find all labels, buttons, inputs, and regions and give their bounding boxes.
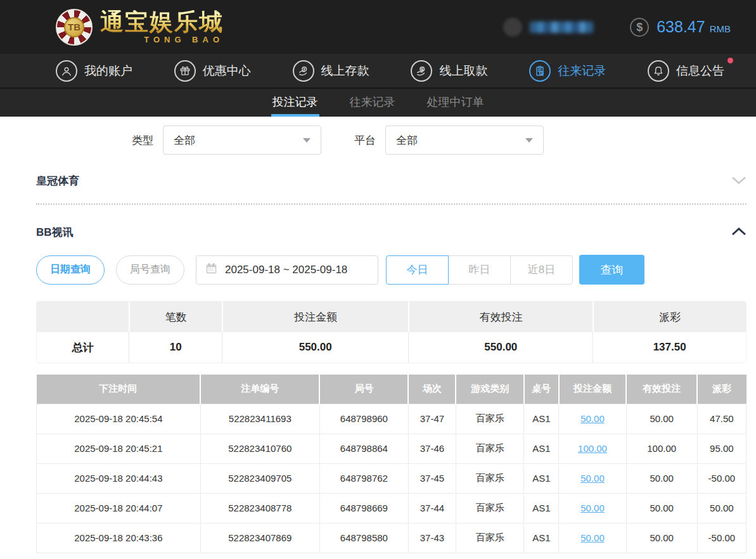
bet-amount-cell[interactable]: 50.00 [559,404,626,434]
nav-item-promotions[interactable]: 优惠中心 [174,60,251,82]
session-cell: 37-44 [408,493,456,523]
session-cell: 37-43 [408,523,456,553]
summary-total-row: 总计 10 550.00 550.00 137.50 [37,332,746,363]
brand-subtitle: TONG BAO [100,35,224,44]
bet-time-cell: 2025-09-18 20:43:36 [37,523,201,553]
summary-header-bet-amount: 投注金额 [222,302,408,332]
chevron-down-icon [303,138,311,143]
col-bet-amount: 投注金额 [559,375,626,404]
nav-item-transaction-records[interactable]: 往来记录 [529,60,606,82]
section-crown-sports[interactable]: 皇冠体育 [36,174,746,188]
chevron-up-icon[interactable] [731,227,746,238]
valid-bet-cell: 50.00 [626,463,697,493]
summary-total-label: 总计 [37,332,129,363]
summary-header-count: 笔数 [129,302,222,332]
query-controls: 日期查询 局号查询 2025-09-18 ~ 2025-09-18 今日 昨日 … [36,255,746,285]
bet-amount-cell[interactable]: 50.00 [559,523,626,553]
game-type-cell: 百家乐 [456,463,524,493]
col-bet-time: 下注时间 [37,375,201,404]
round-query-button[interactable]: 局号查询 [116,255,184,285]
chip-monogram: TB [64,17,84,37]
payout-cell: -50.00 [697,463,746,493]
tab-pending-orders[interactable]: 处理中订单 [426,89,485,117]
balance-amount: 638.47 [657,18,705,36]
records-icon [529,60,551,82]
round-id-cell: 648798580 [319,523,408,553]
col-table-no: 桌号 [524,375,559,404]
tab-bet-records[interactable]: 投注记录 [271,89,319,117]
section-bb-video[interactable]: BB视讯 [36,225,746,240]
yesterday-button[interactable]: 昨日 [448,255,511,285]
session-cell: 37-47 [408,404,456,434]
summary-bet-amount: 550.00 [222,332,408,363]
valid-bet-cell: 50.00 [626,523,697,553]
game-type-cell: 百家乐 [456,404,524,434]
record-tabs: 投注记录 往来记录 处理中订单 [0,87,756,117]
table-no-cell: AS1 [524,404,559,434]
table-row: 2025-09-18 20:45:21 522823410760 6487988… [37,434,746,463]
bet-time-cell: 2025-09-18 20:44:07 [37,493,201,523]
nav-label: 线上存款 [321,63,369,79]
payout-cell: 47.50 [697,404,746,434]
bet-amount-cell[interactable]: 50.00 [559,493,626,523]
bet-amount-link[interactable]: 50.00 [580,503,605,513]
col-ticket-id: 注单编号 [200,375,319,404]
balance-currency: RMB [710,20,731,34]
ticket-id-cell: 522823411693 [200,404,319,434]
date-query-button[interactable]: 日期查询 [36,255,105,285]
round-id-cell: 648798864 [319,434,408,463]
summary-count: 10 [129,332,222,363]
col-round-id: 局号 [319,375,408,404]
bet-amount-link[interactable]: 100.00 [578,443,607,454]
withdraw-icon [411,60,432,82]
summary-payout: 137.50 [593,332,746,363]
bet-amount-link[interactable]: 50.00 [580,413,605,424]
nav-label: 往来记录 [558,63,606,79]
summary-header-payout: 派彩 [593,302,746,332]
payout-cell: -50.00 [697,523,746,553]
valid-bet-cell: 50.00 [626,493,697,523]
last8days-button[interactable]: 近8日 [510,255,573,285]
calendar-icon [205,262,218,278]
nav-label: 我的账户 [84,63,132,79]
date-range-value: 2025-09-18 ~ 2025-09-18 [225,264,347,276]
user-icon [56,60,77,82]
bet-amount-link[interactable]: 50.00 [580,473,605,484]
table-no-cell: AS1 [524,493,559,523]
today-button[interactable]: 今日 [386,255,449,285]
bet-amount-link[interactable]: 50.00 [580,532,605,543]
type-filter-label: 类型 [132,133,153,148]
search-button[interactable]: 查询 [579,255,644,285]
date-range-input[interactable]: 2025-09-18 ~ 2025-09-18 [196,255,378,285]
col-session: 场次 [408,375,456,404]
summary-header-valid-bet: 有效投注 [408,302,593,332]
ticket-id-cell: 522823408778 [200,493,319,523]
site-logo[interactable]: TB 通宝娱乐城 TONG BAO [56,9,224,46]
table-no-cell: AS1 [524,434,559,463]
bell-icon [648,60,669,82]
nav-item-online-withdraw[interactable]: 线上取款 [411,60,487,82]
round-id-cell: 648798669 [319,493,408,523]
user-avatar[interactable] [503,18,522,37]
dollar-coin-icon: $ [630,18,649,37]
bet-amount-cell[interactable]: 50.00 [559,463,626,493]
nav-item-my-account[interactable]: 我的账户 [56,60,132,82]
chevron-down-icon[interactable] [731,176,746,187]
ticket-id-cell: 522823407869 [200,523,319,553]
nav-item-announcements[interactable]: 信息公告 [648,60,724,82]
section-title-crown: 皇冠体育 [36,174,79,188]
bet-records-table: 下注时间 注单编号 局号 场次 游戏类别 桌号 投注金额 有效投注 派彩 202… [36,375,746,553]
tab-transaction-records[interactable]: 往来记录 [349,89,397,117]
section-divider [36,203,746,205]
bet-time-cell: 2025-09-18 20:45:21 [37,434,201,463]
type-select[interactable]: 全部 [163,125,321,155]
platform-select-value: 全部 [396,133,418,148]
platform-select[interactable]: 全部 [385,125,544,155]
col-game-type: 游戏类别 [456,375,524,404]
main-nav: 我的账户 优惠中心 线上存款 线上取款 往来记录 信息公告 [0,54,756,87]
bet-amount-cell[interactable]: 100.00 [559,434,626,463]
payout-cell: 50.00 [697,493,746,523]
type-select-value: 全部 [174,133,195,148]
summary-header-row: 笔数 投注金额 有效投注 派彩 [37,302,746,332]
nav-item-online-deposit[interactable]: 线上存款 [293,60,369,82]
